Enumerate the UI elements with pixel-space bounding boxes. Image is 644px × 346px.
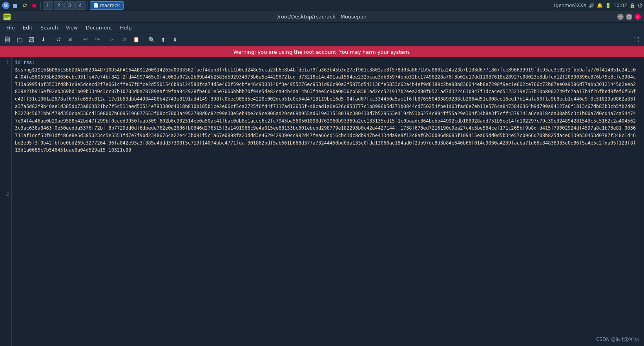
line-numbers: 1 2 [0, 57, 12, 346]
menu-edit[interactable]: Edit [20, 24, 36, 31]
maximize-button[interactable]: □ [626, 14, 632, 20]
menu-search[interactable]: Search [37, 24, 61, 31]
workspace-4[interactable]: 4 [75, 1, 86, 10]
open-file-button[interactable] [14, 34, 25, 45]
copy-button[interactable]: ⧉ [119, 34, 130, 45]
close-file-button[interactable]: ✕ [65, 34, 76, 45]
menu-file[interactable]: File [3, 24, 18, 31]
volume-icon[interactable]: 🔊 [589, 3, 595, 8]
svg-rect-9 [29, 37, 34, 42]
fullscreen-button[interactable]: ⛶ [631, 34, 642, 45]
toolbar-sep-3 [105, 36, 105, 44]
taskbar-right: (genmon)XXX 🔊 🔔 🔋 10:02 🔒 ⏻ [554, 3, 642, 8]
toolbar-sep-2 [78, 36, 78, 44]
toolbar: ⬇ ↺ ✕ ↶ ↷ ✂ ⧉ 📋 🔍 ⬆ ⬇ ⛶ [0, 33, 644, 46]
window-title: /root/Desktop/rsacrack - Mousepad [277, 14, 367, 20]
xfce-menu-icon[interactable]: 🐭 [2, 1, 10, 10]
menu-document[interactable]: Document [82, 24, 115, 31]
workspace-2[interactable]: 2 [54, 1, 64, 10]
minimize-button[interactable]: ─ [617, 14, 624, 20]
clock: 10:02 [613, 3, 627, 8]
workspace-3[interactable]: 3 [64, 1, 75, 10]
find-button[interactable]: 🔍 [146, 34, 157, 45]
reload-button[interactable]: ↺ [53, 34, 64, 45]
menubar: File Edit Search View Document Help [0, 23, 644, 33]
redo-button[interactable]: ↷ [92, 34, 103, 45]
svg-text:🐭: 🐭 [4, 3, 8, 8]
new-file-button[interactable] [2, 34, 13, 45]
right-scrollbar[interactable] [641, 57, 644, 346]
titlebar: /root/Desktop/rsacrack - Mousepad ─ □ ✕ [0, 11, 644, 23]
battery-icon: 🔋 [605, 3, 611, 8]
power-icon[interactable]: ⏻ [638, 3, 642, 8]
toolbar-sep-1 [51, 36, 51, 44]
lock-icon[interactable]: 🔒 [629, 3, 635, 8]
close-button[interactable]: ✕ [635, 14, 641, 20]
svg-rect-10 [30, 37, 33, 39]
user-label: (genmon)XXX [554, 3, 586, 8]
toolbar-sep-4 [144, 36, 144, 44]
editor-container: 1 2 id_rsa: $sshng$1$16$BD8515E8D3A10829… [0, 57, 644, 346]
paste-button[interactable]: 📋 [131, 34, 142, 45]
warning-text: Warning: you are using the root account.… [234, 49, 411, 55]
menu-help[interactable]: Help [117, 24, 135, 31]
save-as-button[interactable]: ⬇ [38, 34, 49, 45]
menu-view[interactable]: View [63, 24, 81, 31]
save-file-button[interactable] [26, 34, 37, 45]
app-icon-2[interactable]: ■ [11, 1, 20, 10]
undo-button[interactable]: ↶ [80, 34, 91, 45]
editor-content[interactable]: id_rsa: $sshng$1$16$BD8515E8D3A10829A4D7… [12, 57, 641, 346]
files-icon[interactable]: 🗂 [20, 1, 29, 10]
taskbar: 🐭 ■ 🗂 ◼ 1 2 3 4 📄 rsacrack (genmon)XXX 🔊… [0, 0, 644, 11]
find-next-button[interactable]: ⬇ [170, 34, 181, 45]
svg-rect-11 [29, 40, 33, 42]
notification-icon[interactable]: 🔔 [597, 3, 603, 8]
cut-button[interactable]: ✂ [107, 34, 118, 45]
app-icon-4[interactable]: ◼ [30, 1, 38, 10]
find-prev-button[interactable]: ⬆ [158, 34, 169, 45]
warning-bar: Warning: you are using the root account.… [0, 46, 644, 57]
watermark: CSDN @御七彩虹猫 [596, 336, 639, 343]
app-title-icon [3, 13, 11, 21]
window-controls: ─ □ ✕ [617, 14, 641, 20]
svg-rect-2 [4, 14, 11, 20]
workspace-1[interactable]: 1 [43, 1, 53, 10]
active-app-button[interactable]: 📄 rsacrack [90, 1, 124, 10]
